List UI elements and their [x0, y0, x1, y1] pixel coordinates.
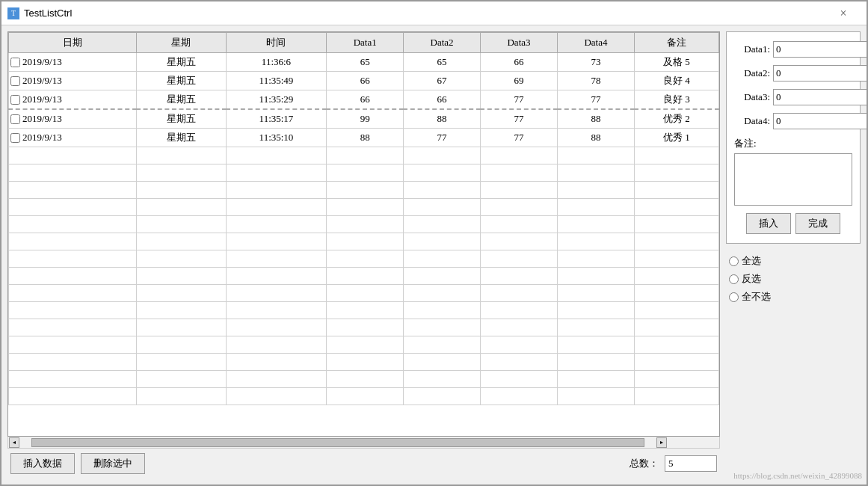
empty-cell	[481, 199, 558, 216]
empty-cell	[634, 268, 718, 285]
radio-select-all-input[interactable]	[729, 256, 739, 266]
empty-cell	[557, 147, 634, 164]
empty-cell	[226, 319, 326, 336]
row-checkbox[interactable]	[10, 58, 20, 67]
empty-cell	[9, 216, 137, 233]
row-checkbox[interactable]	[10, 95, 20, 105]
total-label: 总数：	[630, 457, 659, 470]
empty-cell	[226, 388, 326, 405]
insert-data-button[interactable]: 插入数据	[10, 453, 75, 474]
insert-button[interactable]: 插入	[746, 213, 791, 234]
empty-cell	[9, 147, 137, 164]
empty-cell	[481, 233, 558, 250]
scroll-thumb[interactable]	[31, 438, 644, 447]
scroll-right-btn[interactable]: ▸	[656, 437, 667, 448]
total-input[interactable]	[665, 455, 717, 472]
empty-cell	[634, 285, 718, 302]
radio-deselect-all-input[interactable]	[729, 292, 739, 302]
empty-cell	[327, 319, 404, 336]
table-row-empty	[9, 388, 719, 405]
empty-cell	[481, 216, 558, 233]
close-button[interactable]: ×	[826, 1, 861, 25]
empty-cell	[634, 182, 718, 199]
radio-invert-input[interactable]	[729, 274, 739, 284]
empty-cell	[136, 147, 226, 164]
empty-cell	[9, 302, 137, 319]
table-row: 2019/9/13星期五11:35:1799887788优秀 2	[9, 109, 719, 129]
empty-cell	[481, 388, 558, 405]
empty-cell	[557, 199, 634, 216]
note-cell: 优秀 1	[634, 129, 718, 147]
title-bar: T TestListCtrl ×	[1, 1, 867, 25]
table-row-empty	[9, 371, 719, 388]
data2-input[interactable]	[773, 65, 867, 81]
d2-cell: 88	[404, 109, 481, 129]
empty-cell	[404, 182, 481, 199]
d1-cell: 66	[327, 90, 404, 110]
d4-cell: 78	[557, 72, 634, 90]
empty-cell	[226, 371, 326, 388]
table-row: 2019/9/13星期五11:36:665656673及格 5	[9, 53, 719, 72]
radio-deselect-all[interactable]: 全不选	[729, 290, 858, 304]
empty-cell	[327, 302, 404, 319]
empty-cell	[226, 268, 326, 285]
d1-cell: 65	[327, 53, 404, 72]
table-row-empty	[9, 182, 719, 199]
input-form: Data1: Data2: Data3: Data4:	[726, 31, 861, 244]
empty-cell	[327, 388, 404, 405]
empty-cell	[9, 354, 137, 371]
done-button[interactable]: 完成	[795, 213, 840, 234]
left-panel: 日期 星期 时间 Data1 Data2 Data3 Data4 备注 2019…	[7, 31, 720, 479]
empty-cell	[327, 216, 404, 233]
data4-input[interactable]	[773, 113, 867, 129]
table-row-empty	[9, 233, 719, 250]
empty-cell	[327, 199, 404, 216]
row-checkbox[interactable]	[10, 133, 20, 143]
empty-cell	[327, 250, 404, 268]
d3-cell: 77	[481, 129, 558, 147]
beizhu-textarea[interactable]	[734, 153, 852, 206]
beizhu-section: 备注:	[734, 137, 852, 206]
radio-select-all[interactable]: 全选	[729, 254, 858, 268]
empty-cell	[557, 164, 634, 182]
empty-cell	[557, 371, 634, 388]
empty-cell	[634, 199, 718, 216]
empty-cell	[634, 250, 718, 268]
empty-cell	[136, 250, 226, 268]
col-data1: Data1	[327, 33, 404, 53]
delete-selected-button[interactable]: 删除选中	[81, 453, 145, 474]
bottom-bar: 插入数据 删除选中 总数：	[7, 449, 720, 479]
d2-cell: 67	[404, 72, 481, 90]
watermark: https://blog.csdn.net/weixin_42899088	[733, 471, 862, 480]
empty-cell	[226, 285, 326, 302]
row-checkbox[interactable]	[10, 114, 20, 124]
empty-cell	[136, 268, 226, 285]
empty-cell	[557, 336, 634, 354]
empty-cell	[404, 199, 481, 216]
data1-input[interactable]	[773, 41, 867, 58]
table-container[interactable]: 日期 星期 时间 Data1 Data2 Data3 Data4 备注 2019…	[7, 31, 720, 437]
app-icon: T	[7, 7, 19, 19]
data1-row: Data1:	[734, 41, 852, 58]
empty-cell	[557, 285, 634, 302]
empty-cell	[481, 302, 558, 319]
empty-cell	[634, 233, 718, 250]
radio-invert[interactable]: 反选	[729, 272, 858, 286]
empty-cell	[136, 164, 226, 182]
table-row-empty	[9, 268, 719, 285]
table-row-empty	[9, 164, 719, 182]
col-time: 时间	[226, 33, 326, 53]
empty-cell	[136, 371, 226, 388]
empty-cell	[226, 199, 326, 216]
time-cell: 11:35:10	[226, 129, 326, 147]
empty-cell	[136, 216, 226, 233]
row-checkbox[interactable]	[10, 76, 20, 86]
empty-cell	[481, 147, 558, 164]
empty-cell	[9, 371, 137, 388]
note-cell: 优秀 2	[634, 109, 718, 129]
horizontal-scrollbar[interactable]: ◂ ▸	[7, 437, 720, 449]
d4-cell: 88	[557, 109, 634, 129]
data4-label: Data4:	[734, 115, 770, 127]
data3-input[interactable]	[773, 89, 867, 105]
scroll-left-btn[interactable]: ◂	[9, 437, 19, 448]
